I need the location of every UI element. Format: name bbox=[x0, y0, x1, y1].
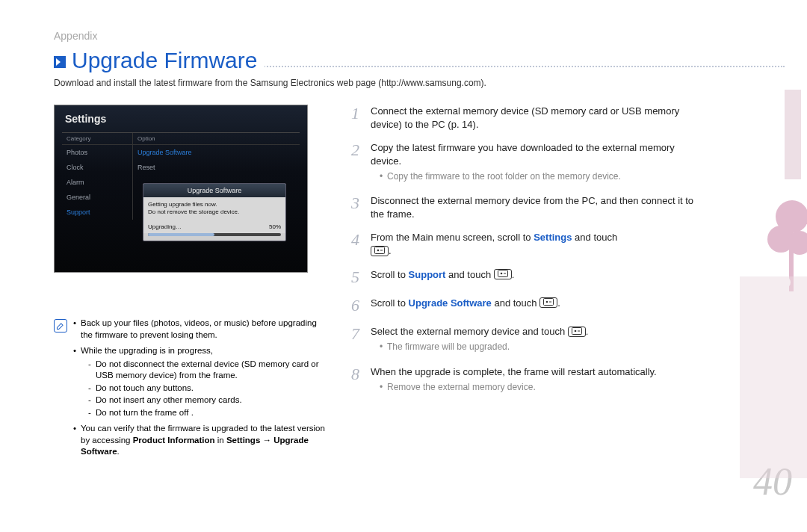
note-2a: Do not disconnect the external device (S… bbox=[88, 359, 330, 382]
step-2-text: Copy the latest firmware you have downlo… bbox=[371, 142, 675, 167]
note-item-3: You can verify that the firmware is upgr… bbox=[73, 423, 330, 458]
note-item-1: Back up your files (photos, videos, or m… bbox=[73, 318, 330, 341]
svg-rect-15 bbox=[766, 293, 803, 296]
screenshot-popup-line1: Getting upgrade files now. bbox=[148, 201, 281, 208]
step-1-number: 1 bbox=[351, 105, 362, 131]
screenshot-popup: Upgrade Software Getting upgrade files n… bbox=[143, 183, 286, 241]
step-7a: The firmware will be upgraded. bbox=[380, 341, 695, 353]
step-1-body: Connect the external memory device (SD m… bbox=[371, 105, 695, 131]
step-4-number: 4 bbox=[351, 231, 362, 257]
screenshot-popup-line2: Do not remove the storage device. bbox=[148, 208, 281, 216]
step-6-number: 6 bbox=[351, 297, 362, 315]
note-item-2: While the upgrading is in progress, Do n… bbox=[73, 345, 330, 418]
note-2b: Do not touch any buttons. bbox=[88, 383, 330, 395]
screenshot-category-header: Category bbox=[62, 133, 132, 145]
enter-button-icon bbox=[371, 246, 389, 256]
step-5b: Support bbox=[409, 269, 446, 280]
svg-point-1 bbox=[377, 249, 380, 251]
svg-rect-8 bbox=[785, 90, 801, 179]
note-2d: Do not turn the frame off . bbox=[88, 407, 330, 419]
note-2-text: While the upgrading is in progress, bbox=[81, 346, 213, 355]
page-title: Upgrade Firmware bbox=[72, 48, 265, 73]
svg-point-5 bbox=[546, 301, 548, 303]
screenshot-option-header: Option bbox=[133, 133, 300, 145]
step-3: 3 Disconnect the external memory device … bbox=[351, 194, 695, 220]
svg-point-16 bbox=[779, 276, 791, 288]
svg-point-10 bbox=[776, 200, 807, 233]
step-3-number: 3 bbox=[351, 194, 362, 220]
enter-button-icon bbox=[494, 269, 512, 279]
screenshot-progress-value: 50% bbox=[269, 223, 281, 230]
step-1: 1 Connect the external memory device (SD… bbox=[351, 105, 695, 131]
page-number: 40 bbox=[753, 460, 792, 504]
svg-rect-6 bbox=[572, 327, 581, 334]
step-4b: Settings bbox=[534, 232, 572, 243]
arrow-right-square-icon bbox=[54, 56, 66, 68]
step-8: 8 When the upgrade is complete, the fram… bbox=[351, 365, 695, 395]
heading-row: Upgrade Firmware bbox=[54, 48, 762, 73]
svg-rect-4 bbox=[544, 299, 554, 306]
step-6c: and touch bbox=[492, 297, 539, 309]
step-5a: Scroll to bbox=[371, 269, 409, 280]
step-4a: From the Main menu screen, scroll to bbox=[371, 232, 534, 243]
step-6b: Upgrade Software bbox=[409, 297, 492, 309]
enter-button-icon bbox=[568, 327, 586, 337]
svg-rect-0 bbox=[375, 247, 385, 253]
screenshot-cat-photos: Photos bbox=[62, 145, 132, 160]
step-2a: Copy the firmware to the root folder on … bbox=[380, 170, 695, 182]
screenshot-cat-general: General bbox=[62, 190, 132, 205]
step-8a: Remove the external memory device. bbox=[380, 381, 695, 393]
step-6: 6 Scroll to Upgrade Software and touch . bbox=[351, 297, 695, 315]
step-8-text: When the upgrade is complete, the frame … bbox=[371, 366, 657, 377]
step-7-number: 7 bbox=[351, 325, 362, 355]
step-4c: and touch bbox=[572, 232, 618, 243]
svg-point-20 bbox=[769, 369, 778, 378]
note-pencil-icon bbox=[54, 319, 67, 332]
note-block: Back up your files (photos, videos, or m… bbox=[54, 318, 330, 463]
note-3e: . bbox=[117, 447, 120, 456]
section-label: Appendix bbox=[54, 30, 762, 42]
enter-button-icon bbox=[539, 297, 557, 308]
svg-point-12 bbox=[788, 231, 807, 255]
svg-point-11 bbox=[767, 226, 794, 253]
note-2c: Do not insert any other memory cards. bbox=[88, 395, 330, 406]
step-5: 5 Scroll to Support and touch . bbox=[351, 268, 695, 286]
svg-rect-14 bbox=[766, 299, 803, 303]
screenshot-cat-support: Support bbox=[62, 205, 132, 220]
screenshot-title: Settings bbox=[65, 113, 300, 125]
screenshot-progress-label: Upgrading… bbox=[148, 223, 182, 230]
screenshot-opt-upgrade: Upgrade Software bbox=[133, 145, 300, 160]
svg-point-3 bbox=[500, 273, 502, 275]
svg-point-7 bbox=[574, 330, 576, 332]
screenshot-progress-bar bbox=[148, 233, 281, 236]
intro-text: Download and install the latest firmware… bbox=[54, 78, 762, 88]
svg-rect-2 bbox=[498, 270, 507, 277]
step-7-text: Select the external memory device and to… bbox=[371, 326, 568, 337]
settings-screenshot: Settings Category Photos Clock Alarm Gen… bbox=[54, 105, 308, 273]
svg-rect-13 bbox=[789, 239, 794, 291]
step-2-number: 2 bbox=[351, 141, 362, 184]
step-2: 2 Copy the latest firmware you have down… bbox=[351, 141, 695, 184]
screenshot-opt-reset: Reset bbox=[133, 160, 300, 175]
step-4: 4 From the Main menu screen, scroll to S… bbox=[351, 231, 695, 257]
step-8-number: 8 bbox=[351, 365, 362, 395]
step-3-body: Disconnect the external memory device fr… bbox=[371, 194, 695, 220]
screenshot-cat-alarm: Alarm bbox=[62, 175, 132, 190]
step-5-number: 5 bbox=[351, 268, 362, 286]
screenshot-cat-clock: Clock bbox=[62, 160, 132, 175]
note-3b: Product Information bbox=[133, 436, 215, 445]
svg-rect-17 bbox=[780, 285, 789, 297]
step-7: 7 Select the external memory device and … bbox=[351, 325, 695, 355]
screenshot-popup-header: Upgrade Software bbox=[143, 184, 285, 197]
step-6a: Scroll to bbox=[371, 297, 409, 309]
step-5c: and touch bbox=[445, 269, 493, 280]
note-3c: in bbox=[215, 436, 226, 445]
